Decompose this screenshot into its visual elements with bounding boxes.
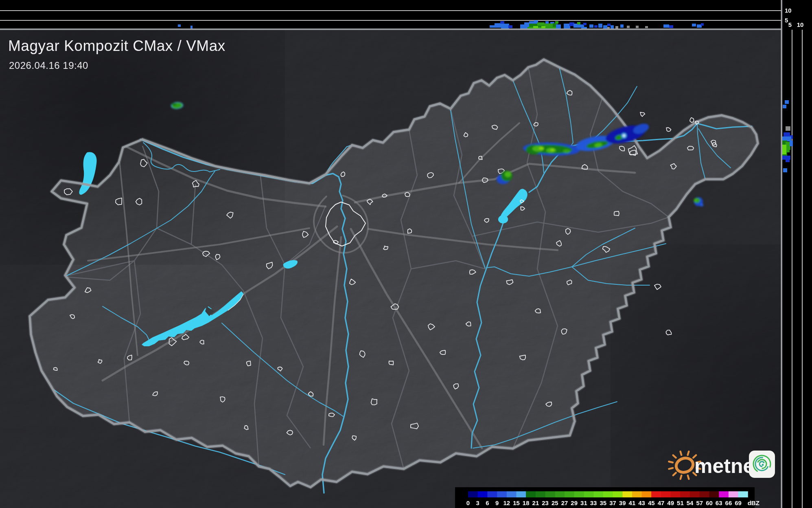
legend-tick-label: 29 bbox=[571, 499, 578, 506]
profile-echo-pixel bbox=[541, 26, 545, 28]
radar-echo bbox=[563, 149, 570, 153]
legend-tick-label: 51 bbox=[677, 499, 684, 506]
right-strip-divider bbox=[781, 0, 783, 508]
legend-tick-label: 57 bbox=[696, 499, 703, 506]
legend-color-swatch bbox=[738, 491, 748, 497]
legend-color-swatch bbox=[584, 491, 593, 497]
legend-tick-label: 43 bbox=[638, 499, 645, 506]
profile-axis-label: 5 bbox=[785, 17, 788, 24]
profile-echo-pixel bbox=[508, 25, 512, 28]
radar-echo bbox=[695, 199, 697, 201]
legend-color-swatch bbox=[478, 491, 488, 497]
profile-echo-pixel bbox=[589, 24, 593, 28]
top-profile-strip bbox=[0, 0, 812, 30]
legend-tick-label: 15 bbox=[513, 499, 520, 506]
page-title: Magyar Kompozit CMax / VMax bbox=[8, 37, 225, 55]
legend-color-swatch bbox=[545, 491, 555, 497]
legend-tick-label: 49 bbox=[667, 499, 674, 506]
legend-tick-label: 37 bbox=[609, 499, 616, 506]
profile-echo-pixel bbox=[501, 24, 509, 29]
profile-echo-pixel bbox=[645, 26, 648, 28]
profile-echo-pixel bbox=[790, 141, 793, 146]
legend-color-swatch bbox=[690, 491, 700, 497]
legend-tick-label: 0 bbox=[466, 499, 470, 506]
profile-echo-pixel bbox=[598, 24, 602, 28]
legend-tick-label: 45 bbox=[648, 499, 655, 506]
legend-color-swatch bbox=[517, 491, 526, 497]
profile-echo-pixel bbox=[783, 105, 786, 108]
legend-tick-label: 33 bbox=[590, 499, 597, 506]
legend-tick-label: 60 bbox=[706, 499, 713, 506]
right-profile-strip bbox=[781, 0, 812, 508]
profile-echo-pixel bbox=[564, 24, 570, 29]
legend-color-swatch bbox=[632, 491, 642, 497]
profile-echo-pixel bbox=[537, 22, 545, 26]
profile-echo-pixel bbox=[577, 22, 580, 24]
legend-color-swatch bbox=[593, 491, 603, 497]
profile-echo-pixel bbox=[556, 24, 561, 29]
swirl-dot bbox=[762, 464, 764, 466]
profile-echo-pixel bbox=[545, 24, 553, 27]
legend-color-swatch bbox=[468, 491, 478, 497]
profile-echo-pixel bbox=[500, 21, 504, 24]
radar-map-stage: 105510 036912151821232527293133353739414… bbox=[0, 0, 812, 508]
map-background bbox=[0, 0, 812, 508]
legend-tick-label: 66 bbox=[725, 499, 732, 506]
profile-echo-pixel bbox=[495, 23, 501, 28]
profile-echo-pixel bbox=[786, 126, 790, 131]
dbz-legend: 0369121518212325272931333537394143454749… bbox=[455, 487, 759, 508]
profile-axis-label: 10 bbox=[785, 7, 792, 14]
legend-color-swatch bbox=[709, 491, 719, 497]
profile-echo-pixel bbox=[701, 23, 704, 26]
profile-echo-pixel bbox=[783, 168, 787, 172]
legend-color-swatch bbox=[536, 491, 545, 497]
sun-ray bbox=[669, 462, 673, 462]
radar-echo bbox=[623, 134, 626, 137]
legend-color-swatch bbox=[526, 491, 536, 497]
profile-echo-pixel bbox=[692, 24, 696, 26]
profile-echo-pixel bbox=[603, 25, 607, 29]
legend-color-swatch bbox=[487, 491, 497, 497]
sun-ray bbox=[688, 475, 689, 479]
legend-tick-label: 18 bbox=[523, 499, 530, 506]
profile-echo-pixel bbox=[178, 24, 181, 27]
sun-ray bbox=[681, 475, 682, 479]
legend-tick-label: 54 bbox=[687, 499, 694, 506]
legend-color-swatch bbox=[661, 491, 671, 497]
legend-unit-label: dBZ bbox=[748, 499, 759, 506]
legend-tick-label: 3 bbox=[476, 499, 479, 506]
legend-tick-label: 6 bbox=[486, 499, 489, 506]
legend-tick-label: 27 bbox=[561, 499, 568, 506]
radar-echo bbox=[550, 149, 554, 151]
profile-echo-pixel bbox=[611, 25, 614, 29]
legend-tick-label: 25 bbox=[552, 499, 558, 506]
legend-tick-label: 21 bbox=[532, 499, 539, 506]
profile-echo-pixel bbox=[533, 26, 538, 28]
top-strip-divider bbox=[0, 29, 812, 30]
profile-axis-label: 10 bbox=[797, 21, 804, 28]
profile-echo-pixel bbox=[583, 23, 587, 25]
legend-color-swatch bbox=[671, 491, 681, 497]
profile-echo-pixel bbox=[607, 24, 611, 26]
legend-tick-label: 35 bbox=[600, 499, 606, 506]
legend-color-swatch bbox=[507, 491, 517, 497]
legend-color-swatch bbox=[680, 491, 690, 497]
legend-color-swatch bbox=[574, 491, 584, 497]
metnet-app-icon bbox=[749, 451, 775, 478]
legend-color-swatch bbox=[719, 491, 729, 497]
radar-echo bbox=[539, 147, 544, 150]
profile-echo-pixel bbox=[663, 24, 669, 28]
profile-echo-pixel bbox=[669, 25, 673, 28]
radar-echo bbox=[505, 172, 511, 177]
timestamp: 2026.04.16 19:40 bbox=[9, 60, 88, 71]
legend-color-swatch bbox=[729, 491, 738, 497]
legend-tick-label: 9 bbox=[495, 499, 499, 506]
legend-color-swatch bbox=[497, 491, 507, 497]
legend-color-swatch bbox=[651, 491, 661, 497]
legend-color-swatch bbox=[555, 491, 565, 497]
legend-color-swatch bbox=[622, 491, 632, 497]
profile-echo-pixel bbox=[620, 24, 624, 28]
legend-tick-label: 31 bbox=[580, 499, 587, 506]
legend-tick-label: 41 bbox=[629, 499, 636, 506]
profile-echo-pixel bbox=[786, 147, 790, 152]
